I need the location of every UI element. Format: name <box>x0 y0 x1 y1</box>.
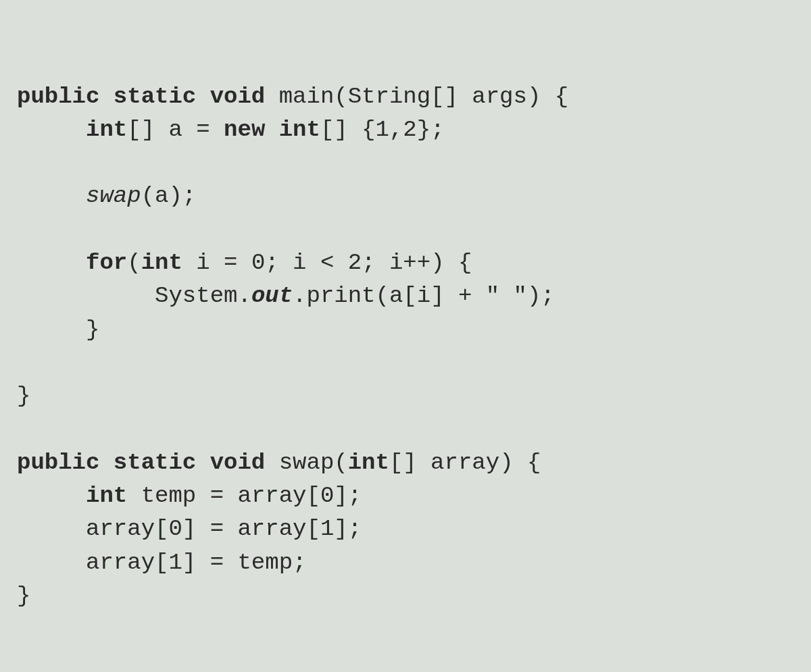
code-line-8: } <box>17 317 99 342</box>
code-line-4: swap(a); <box>17 183 196 209</box>
code-line-2: int[] a = new int[] {1,2}; <box>17 117 445 143</box>
code-line-6: for(int i = 0; i < 2; i++) { <box>17 250 472 276</box>
code-line-7: System.out.print(a[i] + " "); <box>17 283 555 309</box>
code-line-16: } <box>17 583 30 609</box>
code-line-14: array[0] = array[1]; <box>17 516 362 542</box>
code-line-10: } <box>17 383 30 409</box>
code-line-15: array[1] = temp; <box>17 550 306 575</box>
code-line-12: public static void swap(int[] array) { <box>17 450 541 475</box>
code-line-13: int temp = array[0]; <box>17 483 362 509</box>
code-line-1: public static void main(String[] args) { <box>17 84 568 109</box>
code-block: public static void main(String[] args) {… <box>17 80 794 613</box>
